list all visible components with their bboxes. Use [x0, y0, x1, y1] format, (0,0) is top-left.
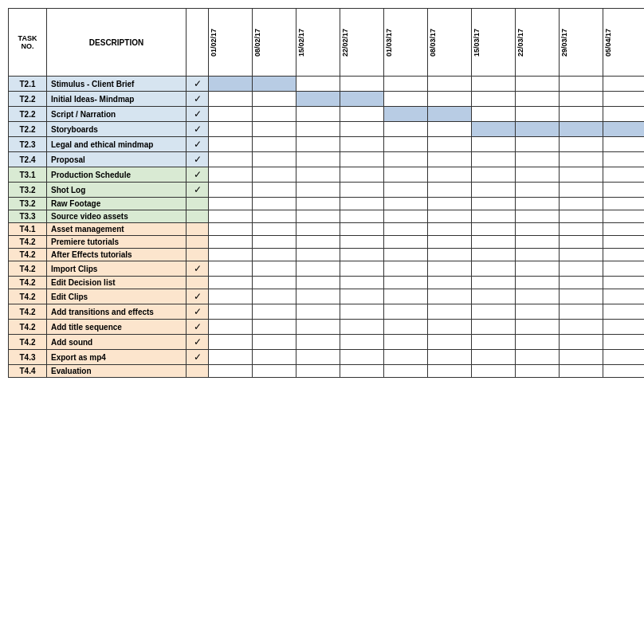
gantt-cell: [209, 152, 253, 167]
gantt-cell: [384, 223, 428, 236]
gantt-cell: [209, 122, 253, 137]
gantt-cell: [603, 365, 645, 378]
table-row: T4.2Add transitions and effects✓: [9, 304, 645, 320]
gantt-cell: [253, 77, 296, 92]
gantt-cell: [560, 210, 603, 223]
gantt-cell: [384, 198, 428, 210]
gantt-cell: [296, 152, 340, 167]
gantt-cell: [516, 236, 560, 249]
gantt-cell: [472, 92, 516, 107]
gantt-cell: [472, 77, 516, 92]
gantt-cell: [560, 304, 603, 320]
task-description: Initial Ideas- Mindmap: [47, 92, 187, 107]
gantt-cell: [516, 320, 560, 335]
gantt-cell: [296, 335, 340, 350]
gantt-cell: [340, 77, 384, 92]
gantt-cell: [603, 198, 645, 210]
gantt-cell: [472, 277, 516, 289]
gantt-cell: [428, 236, 472, 249]
gantt-cell: [560, 152, 603, 167]
task-description: Script / Narration: [47, 107, 187, 122]
date-col-10: 05/04/17: [603, 9, 645, 77]
gantt-cell: [472, 210, 516, 223]
gantt-cell: [472, 122, 516, 137]
task-check: [187, 365, 209, 378]
date-col-9: 29/03/17: [560, 9, 603, 77]
table-row: T4.2Add title sequence✓: [9, 320, 645, 335]
gantt-cell: [560, 122, 603, 137]
gantt-cell: [384, 289, 428, 304]
date-col-2: 08/02/17: [253, 9, 296, 77]
task-description: Edit Decision list: [47, 277, 187, 289]
gantt-cell: [428, 249, 472, 261]
gantt-cell: [603, 261, 645, 277]
table-row: T4.2Edit Decision list: [9, 277, 645, 289]
gantt-cell: [472, 223, 516, 236]
gantt-cell: [516, 249, 560, 261]
gantt-cell: [560, 92, 603, 107]
task-number: T4.2: [9, 277, 47, 289]
gantt-cell: [560, 183, 603, 198]
task-check: ✓: [187, 122, 209, 137]
gantt-cell: [516, 277, 560, 289]
gantt-cell: [253, 210, 296, 223]
gantt-cell: [296, 236, 340, 249]
task-description: Production Schedule: [47, 167, 187, 183]
gantt-cell: [209, 107, 253, 122]
table-row: T2.4Proposal✓: [9, 152, 645, 167]
date-col-3: 15/02/17: [296, 9, 340, 77]
task-check: ✓: [187, 335, 209, 350]
gantt-cell: [472, 152, 516, 167]
task-number: T3.1: [9, 167, 47, 183]
task-check: ✓: [187, 183, 209, 198]
gantt-cell: [296, 122, 340, 137]
gantt-cell: [516, 223, 560, 236]
gantt-cell: [209, 77, 253, 92]
task-description: Storyboards: [47, 122, 187, 137]
gantt-cell: [472, 137, 516, 152]
gantt-cell: [603, 304, 645, 320]
gantt-cell: [253, 304, 296, 320]
gantt-cell: [340, 320, 384, 335]
task-number: T4.2: [9, 236, 47, 249]
gantt-cell: [253, 277, 296, 289]
gantt-cell: [428, 304, 472, 320]
gantt-cell: [603, 320, 645, 335]
gantt-cell: [209, 320, 253, 335]
gantt-cell: [384, 137, 428, 152]
gantt-cell: [560, 198, 603, 210]
task-header: TASKNO.: [9, 9, 47, 77]
gantt-cell: [384, 152, 428, 167]
task-number: T3.3: [9, 210, 47, 223]
gantt-cell: [560, 236, 603, 249]
gantt-cell: [253, 320, 296, 335]
gantt-cell: [296, 183, 340, 198]
gantt-cell: [428, 183, 472, 198]
gantt-cell: [209, 335, 253, 350]
check-header: [187, 9, 209, 77]
task-description: Stimulus - Client Brief: [47, 77, 187, 92]
gantt-cell: [472, 289, 516, 304]
table-row: T2.3Legal and ethical mindmap✓: [9, 137, 645, 152]
table-row: T4.1Asset management: [9, 223, 645, 236]
gantt-cell: [340, 236, 384, 249]
task-check: ✓: [187, 77, 209, 92]
table-row: T3.2Raw Footage: [9, 198, 645, 210]
gantt-cell: [560, 289, 603, 304]
gantt-cell: [603, 289, 645, 304]
gantt-cell: [296, 198, 340, 210]
gantt-cell: [428, 107, 472, 122]
gantt-cell: [253, 107, 296, 122]
gantt-cell: [472, 107, 516, 122]
table-row: T4.2Premiere tutorials: [9, 236, 645, 249]
gantt-cell: [428, 152, 472, 167]
description-header: DESCRIPTION: [47, 9, 187, 77]
gantt-cell: [428, 77, 472, 92]
gantt-cell: [560, 365, 603, 378]
gantt-cell: [209, 167, 253, 183]
gantt-cell: [472, 249, 516, 261]
gantt-cell: [428, 137, 472, 152]
gantt-cell: [253, 335, 296, 350]
gantt-cell: [253, 236, 296, 249]
gantt-cell: [253, 167, 296, 183]
